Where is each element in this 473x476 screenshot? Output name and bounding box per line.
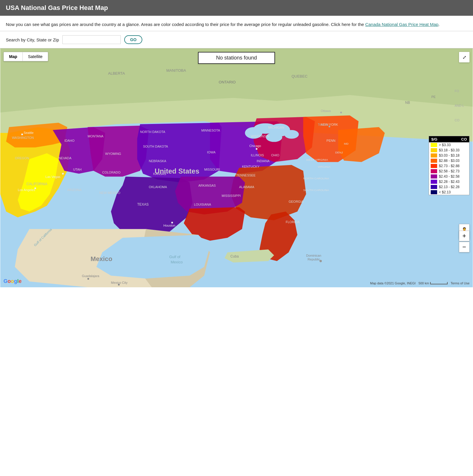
- google-logo: Google: [3, 278, 22, 284]
- description-section: Now you can see what gas prices are arou…: [0, 16, 473, 31]
- page-title: USA National Gas Price Heat Map: [6, 4, 108, 11]
- fullscreen-button[interactable]: ⤢: [459, 52, 470, 62]
- legend-header: $/G CO: [429, 136, 469, 142]
- zoom-out-button[interactable]: −: [459, 242, 470, 252]
- fullscreen-icon: ⤢: [463, 55, 466, 60]
- legend-item-3: $3.03 - $3.18: [429, 153, 469, 158]
- legend-item-4: $2.88 - $3.03: [429, 158, 469, 163]
- svg-text:NORTH DAKOTA: NORTH DAKOTA: [140, 130, 165, 134]
- svg-text:UTAH: UTAH: [73, 168, 82, 171]
- svg-point-72: [62, 173, 64, 174]
- no-stations-message: No stations found: [198, 52, 275, 64]
- svg-text:Ottawa: Ottawa: [321, 109, 331, 113]
- svg-text:Los Angeles: Los Angeles: [18, 188, 35, 192]
- legend-label-2: $3.18 - $3.33: [439, 148, 460, 152]
- svg-text:KENTUCKY: KENTUCKY: [242, 165, 260, 169]
- description-text2: .: [438, 22, 439, 27]
- legend-label-6: $2.58 - $2.73: [439, 169, 460, 173]
- legend-item-7: $2.43 - $2.58: [429, 174, 469, 179]
- svg-text:Chicago: Chicago: [249, 144, 261, 148]
- terms-of-use-link[interactable]: Terms of Use: [451, 281, 470, 285]
- legend-color-5: [431, 164, 437, 168]
- svg-text:OHIO: OHIO: [271, 153, 279, 157]
- svg-text:MISSISSIPPI: MISSISSIPPI: [222, 194, 241, 197]
- legend-color-8: [431, 180, 437, 184]
- legend-color-3: [431, 153, 437, 158]
- legend-color-10: [431, 190, 437, 194]
- svg-text:INDIANA: INDIANA: [257, 159, 270, 163]
- go-button[interactable]: GO: [124, 35, 142, 44]
- svg-text:OKLAHOMA: OKLAHOMA: [149, 185, 167, 189]
- svg-text:Dominican: Dominican: [306, 254, 321, 257]
- svg-text:OREGON: OREGON: [15, 156, 29, 160]
- svg-text:PE: PE: [431, 95, 436, 99]
- svg-text:Republic: Republic: [308, 258, 320, 261]
- svg-text:Toronto: Toronto: [318, 123, 329, 126]
- legend-color-4: [431, 159, 437, 163]
- legend-item-2: $3.18 - $3.33: [429, 148, 469, 153]
- svg-point-80: [329, 126, 330, 127]
- price-legend: $/G CO > $3.33 $3.18 - $3.33 $3.03 - $3.…: [429, 136, 470, 195]
- svg-text:TENNESSEE: TENNESSEE: [236, 174, 255, 177]
- svg-point-76: [171, 222, 173, 223]
- svg-text:SOUTH DAKOTA: SOUTH DAKOTA: [143, 145, 168, 148]
- canada-map-link[interactable]: Canada National Gas Price Heat Map: [365, 22, 438, 27]
- legend-item-5: $2.73 - $2.88: [429, 163, 469, 169]
- map-svg: ALBERTA MANITOBA ONTARIO QUEBEC WASHINGT…: [0, 48, 473, 287]
- svg-point-65: [87, 278, 89, 280]
- legend-item-9: $2.13 - $2.28: [429, 184, 469, 190]
- svg-point-82: [320, 260, 322, 262]
- svg-text:ARKANSAS: ARKANSAS: [198, 184, 216, 187]
- scale-line: [430, 282, 448, 284]
- legend-color-6: [431, 169, 437, 173]
- svg-text:AND L: AND L: [455, 104, 464, 107]
- page-header: USA National Gas Price Heat Map: [0, 0, 473, 16]
- svg-text:Las Vegas: Las Vegas: [45, 175, 61, 178]
- legend-label-8: $2.28 - $2.43: [439, 180, 460, 184]
- legend-item-1: > $3.33: [429, 142, 469, 148]
- svg-text:FO: FO: [455, 89, 459, 93]
- svg-text:CALIFORNIA: CALIFORNIA: [27, 182, 48, 186]
- legend-label-1: > $3.33: [439, 143, 451, 147]
- description-text1: Now you can see what gas prices are arou…: [6, 22, 365, 27]
- svg-text:ARIZONA: ARIZONA: [67, 188, 82, 192]
- map-type-map-button[interactable]: Map: [4, 52, 23, 61]
- zoom-controls: + −: [459, 231, 470, 252]
- svg-text:NEVADA: NEVADA: [59, 156, 72, 160]
- legend-label-5: $2.73 - $2.88: [439, 164, 460, 168]
- svg-text:NORTH CAROLINA: NORTH CAROLINA: [303, 177, 329, 180]
- svg-text:Mexico City: Mexico City: [111, 281, 128, 284]
- svg-text:Mexico: Mexico: [171, 260, 183, 264]
- svg-text:NEBRASKA: NEBRASKA: [149, 159, 166, 163]
- svg-text:Gulf of: Gulf of: [169, 255, 181, 259]
- search-section: Search by City, State or Zip GO: [0, 31, 473, 48]
- zoom-in-button[interactable]: +: [459, 231, 470, 241]
- svg-point-68: [21, 134, 23, 135]
- legend-item-10: < $2.13: [429, 190, 469, 195]
- search-input[interactable]: [62, 35, 121, 44]
- svg-text:ALABAMA: ALABAMA: [239, 185, 255, 189]
- svg-text:SOUTH CAROLINA: SOUTH CAROLINA: [303, 188, 329, 192]
- map-footer: Map data ©2021 Google, INEGI 500 km Term…: [370, 281, 470, 285]
- svg-text:WYOMING: WYOMING: [105, 152, 121, 155]
- svg-text:WASHINGTON: WASHINGTON: [12, 136, 34, 139]
- svg-point-78: [340, 112, 342, 113]
- svg-text:LOUISIANA: LOUISIANA: [194, 203, 211, 206]
- legend-label-4: $2.88 - $3.03: [439, 159, 460, 163]
- map-type-satellite-button[interactable]: Satellite: [23, 52, 48, 61]
- svg-text:MISSOURI: MISSOURI: [204, 168, 220, 171]
- legend-color-7: [431, 174, 437, 178]
- svg-text:FLORIDA: FLORIDA: [286, 220, 300, 224]
- legend-title: $/G: [431, 137, 437, 141]
- svg-point-67: [118, 284, 120, 286]
- map-data-text: Map data ©2021 Google, INEGI: [370, 281, 416, 285]
- svg-text:PENN: PENN: [327, 139, 336, 142]
- svg-text:Cuba: Cuba: [230, 254, 239, 258]
- svg-text:QUEBEC: QUEBEC: [292, 74, 308, 78]
- svg-text:IDAHO: IDAHO: [64, 139, 75, 142]
- svg-text:WEST VIRGINIA: WEST VIRGINIA: [306, 158, 328, 161]
- legend-color-1: [431, 143, 437, 147]
- svg-text:Houston: Houston: [163, 224, 175, 227]
- svg-text:MONTANA: MONTANA: [88, 134, 104, 138]
- svg-text:ALBERTA: ALBERTA: [108, 71, 125, 76]
